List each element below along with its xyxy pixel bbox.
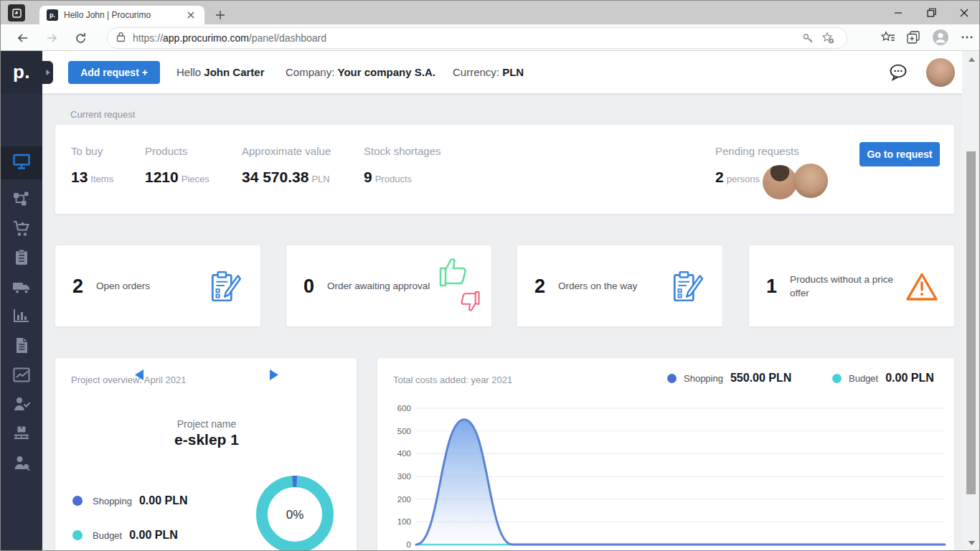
currency-value: PLN xyxy=(502,66,524,78)
bar-chart-icon xyxy=(13,308,30,326)
no-price-offer-count: 1 xyxy=(766,276,777,298)
project-donut-chart: 0% xyxy=(55,358,358,551)
stat-stock-shortages: Stock shortages 9Products xyxy=(364,145,441,186)
close-window-icon[interactable] xyxy=(948,1,980,24)
sidebar-item-statistics[interactable] xyxy=(1,302,42,332)
sidebar-item-reports[interactable] xyxy=(1,361,42,391)
url-text: https://app.procurimo.com/panel/dashboar… xyxy=(133,32,326,44)
refresh-icon[interactable] xyxy=(71,29,90,47)
svg-text:300: 300 xyxy=(397,472,411,481)
restore-icon[interactable] xyxy=(915,1,948,24)
sidebar-item-purchases[interactable] xyxy=(1,215,42,245)
app-logo[interactable]: p. xyxy=(1,51,42,93)
section-label: Current request xyxy=(70,109,135,120)
next-project-icon[interactable] xyxy=(265,365,283,384)
awaiting-approval-card[interactable]: 0Order awaiting approval xyxy=(286,245,492,327)
minimize-icon[interactable] xyxy=(882,1,915,24)
svg-text:100: 100 xyxy=(397,517,411,526)
password-key-icon[interactable] xyxy=(798,29,818,47)
lock-icon xyxy=(116,32,126,45)
svg-text:200: 200 xyxy=(397,495,411,504)
sidebar-item-suppliers[interactable] xyxy=(1,449,42,479)
orders-on-way-card[interactable]: 2Orders on the way xyxy=(517,245,723,327)
favorites-bar-icon[interactable] xyxy=(881,31,895,47)
stat-approximate-value: Approximate value 34 570.38PLN xyxy=(242,145,331,186)
clipboard-edit-icon xyxy=(669,245,705,328)
avatar xyxy=(793,164,828,198)
total-costs-title: Total costs added: year 2021 xyxy=(393,375,512,385)
browser-tab[interactable]: p. Hello John | Procurimo xyxy=(39,6,204,24)
monitor-icon xyxy=(12,153,31,173)
chat-icon[interactable] xyxy=(887,63,909,82)
scrollbar-thumb[interactable] xyxy=(966,151,976,494)
tab-title: Hello John | Procurimo xyxy=(64,10,184,20)
budget-dot-icon xyxy=(832,374,842,383)
chart-shopping-legend: Shopping 550.00 PLN xyxy=(667,372,791,385)
company-name: Your company S.A. xyxy=(338,66,435,78)
project-name: e-sklep 1 xyxy=(55,431,358,448)
donut-percent-label: 0% xyxy=(286,508,304,522)
svg-text:0: 0 xyxy=(407,540,411,549)
sidebar-item-documents[interactable] xyxy=(1,331,42,362)
area-chart: 0100200300400500600 xyxy=(389,392,956,551)
svg-text:600: 600 xyxy=(397,404,411,413)
browser-profile-icon[interactable] xyxy=(932,29,949,49)
forward-icon[interactable] xyxy=(42,29,61,47)
scroll-up-icon[interactable] xyxy=(967,55,976,64)
project-overview-title: Project overview: April 2021 xyxy=(71,375,186,385)
thumbs-up-icon xyxy=(437,254,470,291)
tab-close-icon[interactable] xyxy=(184,9,197,22)
add-request-button[interactable]: Add request + xyxy=(68,61,160,84)
sidebar-item-approvals[interactable] xyxy=(1,390,42,420)
browser-workspace-icon[interactable] xyxy=(8,4,25,22)
currency-text: Currency: PLN xyxy=(453,66,524,78)
sidebar-item-warehouse[interactable] xyxy=(1,420,42,450)
sidebar-item-requests[interactable] xyxy=(1,244,42,274)
project-carousel: Project name e-sklep 1 xyxy=(55,418,358,448)
orders-on-way-count: 2 xyxy=(534,276,545,298)
warehouse-icon xyxy=(13,425,30,444)
user-name: John Carter xyxy=(204,66,264,78)
sidebar-expand-chevron-icon[interactable] xyxy=(42,61,53,84)
svg-text:400: 400 xyxy=(397,449,411,458)
project-shopping-legend: Shopping 0.00 PLN xyxy=(72,494,188,507)
go-to-request-button[interactable]: Go to request xyxy=(859,142,940,166)
scroll-down-icon[interactable] xyxy=(967,539,976,547)
app-header: Add request + Hello John Carter Company:… xyxy=(1,51,962,93)
no-price-offer-card[interactable]: 1Products without a price offer xyxy=(748,245,955,327)
add-favorite-icon[interactable] xyxy=(818,29,838,47)
user-avatar[interactable] xyxy=(926,58,955,87)
open-orders-count: 2 xyxy=(72,276,83,298)
new-tab-icon[interactable] xyxy=(212,6,229,24)
page-scrollbar[interactable] xyxy=(962,51,980,551)
user-tag-icon xyxy=(13,455,30,474)
stat-products: Products 1210Pieces xyxy=(145,145,209,186)
sidebar-item-structure[interactable] xyxy=(1,185,42,215)
clipboard-edit-icon xyxy=(207,245,243,328)
user-check-icon xyxy=(13,396,31,415)
clipboard-icon xyxy=(14,249,29,269)
project-budget-legend: Budget 0.00 PLN xyxy=(72,529,178,542)
sidebar-item-deliveries[interactable] xyxy=(1,273,42,303)
warning-triangle-icon xyxy=(905,245,938,328)
open-orders-card[interactable]: 2Open orders xyxy=(55,245,261,327)
address-bar[interactable]: https://app.procurimo.com/panel/dashboar… xyxy=(107,27,847,49)
browser-titlebar: p. Hello John | Procurimo xyxy=(1,1,980,24)
thumbs-down-icon xyxy=(458,290,481,317)
company-text: Company: Your company S.A. xyxy=(286,66,435,78)
truck-icon xyxy=(12,280,31,298)
project-overview-card: Project overview: April 2021 Project nam… xyxy=(55,357,357,551)
project-name-label: Project name xyxy=(55,418,358,430)
current-request-card: To buy 13Items Products 1210Pieces Appro… xyxy=(55,124,955,215)
collections-icon[interactable] xyxy=(907,31,920,47)
tab-favicon: p. xyxy=(47,9,58,21)
svg-text:500: 500 xyxy=(397,427,411,435)
budget-dot-icon xyxy=(72,530,83,540)
document-icon xyxy=(15,337,29,357)
menu-dots-icon[interactable] xyxy=(961,31,974,47)
app-viewport: Add request + Hello John Carter Company:… xyxy=(1,51,980,551)
back-icon[interactable] xyxy=(14,29,32,47)
sidebar-item-dashboard[interactable] xyxy=(1,146,42,179)
previous-project-icon[interactable] xyxy=(130,365,149,384)
total-costs-card: Total costs added: year 2021 Shopping 55… xyxy=(377,357,955,551)
